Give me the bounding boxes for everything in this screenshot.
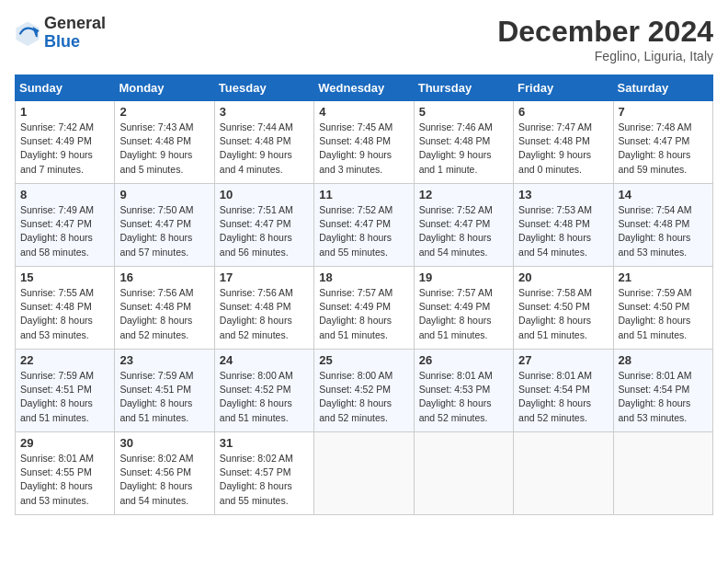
day-number: 25 [319, 353, 408, 367]
calendar-cell: 18Sunrise: 7:57 AM Sunset: 4:49 PM Dayli… [314, 267, 414, 350]
calendar-cell: 8Sunrise: 7:49 AM Sunset: 4:47 PM Daylig… [16, 184, 115, 267]
calendar-table: SundayMondayTuesdayWednesdayThursdayFrid… [15, 75, 713, 515]
header-day-thursday: Thursday [414, 75, 513, 101]
calendar-cell: 3Sunrise: 7:44 AM Sunset: 4:48 PM Daylig… [214, 101, 313, 184]
day-info: Sunrise: 7:53 AM Sunset: 4:48 PM Dayligh… [518, 203, 608, 259]
day-info: Sunrise: 7:43 AM Sunset: 4:48 PM Dayligh… [119, 121, 209, 177]
calendar-cell [514, 432, 613, 515]
calendar-cell: 15Sunrise: 7:55 AM Sunset: 4:48 PM Dayli… [16, 267, 115, 350]
day-info: Sunrise: 7:49 AM Sunset: 4:47 PM Dayligh… [20, 203, 109, 259]
week-row-3: 15Sunrise: 7:55 AM Sunset: 4:48 PM Dayli… [16, 267, 713, 350]
header-day-wednesday: Wednesday [314, 75, 414, 101]
day-number: 2 [119, 105, 209, 119]
calendar-cell: 9Sunrise: 7:50 AM Sunset: 4:47 PM Daylig… [115, 184, 214, 267]
title-section: December 2024 Feglino, Liguria, Italy [497, 15, 713, 63]
day-info: Sunrise: 8:01 AM Sunset: 4:54 PM Dayligh… [619, 369, 708, 425]
day-info: Sunrise: 8:00 AM Sunset: 4:52 PM Dayligh… [220, 369, 309, 425]
calendar-cell: 16Sunrise: 7:56 AM Sunset: 4:48 PM Dayli… [115, 267, 214, 350]
day-number: 26 [419, 353, 508, 367]
calendar-body: 1Sunrise: 7:42 AM Sunset: 4:49 PM Daylig… [16, 101, 713, 515]
day-info: Sunrise: 7:58 AM Sunset: 4:50 PM Dayligh… [518, 286, 608, 342]
calendar-cell: 6Sunrise: 7:47 AM Sunset: 4:48 PM Daylig… [514, 101, 613, 184]
day-number: 9 [119, 188, 209, 201]
calendar-cell: 24Sunrise: 8:00 AM Sunset: 4:52 PM Dayli… [214, 350, 313, 432]
day-number: 15 [20, 270, 109, 284]
subtitle: Feglino, Liguria, Italy [497, 49, 713, 63]
calendar-cell: 1Sunrise: 7:42 AM Sunset: 4:49 PM Daylig… [16, 101, 115, 184]
day-number: 23 [119, 353, 209, 367]
day-number: 5 [419, 105, 508, 119]
day-info: Sunrise: 7:50 AM Sunset: 4:47 PM Dayligh… [119, 203, 209, 259]
day-info: Sunrise: 7:52 AM Sunset: 4:47 PM Dayligh… [319, 203, 408, 259]
day-info: Sunrise: 7:48 AM Sunset: 4:47 PM Dayligh… [619, 121, 708, 177]
calendar-cell: 29Sunrise: 8:01 AM Sunset: 4:55 PM Dayli… [16, 432, 115, 515]
calendar-cell: 27Sunrise: 8:01 AM Sunset: 4:54 PM Dayli… [514, 350, 613, 432]
week-row-2: 8Sunrise: 7:49 AM Sunset: 4:47 PM Daylig… [16, 184, 713, 267]
calendar-cell: 20Sunrise: 7:58 AM Sunset: 4:50 PM Dayli… [514, 267, 613, 350]
day-number: 3 [220, 105, 309, 119]
day-number: 22 [20, 353, 109, 367]
week-row-1: 1Sunrise: 7:42 AM Sunset: 4:49 PM Daylig… [16, 101, 713, 184]
header-day-monday: Monday [115, 75, 214, 101]
day-info: Sunrise: 7:46 AM Sunset: 4:48 PM Dayligh… [419, 121, 508, 177]
day-info: Sunrise: 7:51 AM Sunset: 4:47 PM Dayligh… [220, 203, 309, 259]
day-info: Sunrise: 7:45 AM Sunset: 4:48 PM Dayligh… [319, 121, 408, 177]
day-number: 6 [518, 105, 608, 119]
day-info: Sunrise: 8:01 AM Sunset: 4:55 PM Dayligh… [20, 452, 109, 508]
calendar-cell: 10Sunrise: 7:51 AM Sunset: 4:47 PM Dayli… [214, 184, 313, 267]
header-day-tuesday: Tuesday [214, 75, 313, 101]
calendar-cell: 14Sunrise: 7:54 AM Sunset: 4:48 PM Dayli… [613, 184, 712, 267]
week-row-4: 22Sunrise: 7:59 AM Sunset: 4:51 PM Dayli… [16, 350, 713, 432]
day-info: Sunrise: 7:42 AM Sunset: 4:49 PM Dayligh… [20, 121, 109, 177]
day-number: 19 [419, 270, 508, 284]
logo-text: General Blue [44, 15, 106, 52]
day-info: Sunrise: 8:02 AM Sunset: 4:56 PM Dayligh… [119, 452, 209, 508]
calendar-cell: 28Sunrise: 8:01 AM Sunset: 4:54 PM Dayli… [613, 350, 712, 432]
day-info: Sunrise: 7:54 AM Sunset: 4:48 PM Dayligh… [619, 203, 708, 259]
day-number: 11 [319, 188, 408, 201]
logo: General Blue [15, 15, 106, 52]
day-number: 8 [20, 188, 109, 201]
day-info: Sunrise: 8:01 AM Sunset: 4:53 PM Dayligh… [419, 369, 508, 425]
day-info: Sunrise: 7:59 AM Sunset: 4:51 PM Dayligh… [20, 369, 109, 425]
logo-icon [15, 20, 40, 46]
day-number: 16 [119, 270, 209, 284]
calendar-cell: 19Sunrise: 7:57 AM Sunset: 4:49 PM Dayli… [414, 267, 513, 350]
day-info: Sunrise: 7:59 AM Sunset: 4:50 PM Dayligh… [619, 286, 708, 342]
calendar-cell: 11Sunrise: 7:52 AM Sunset: 4:47 PM Dayli… [314, 184, 414, 267]
calendar-cell: 5Sunrise: 7:46 AM Sunset: 4:48 PM Daylig… [414, 101, 513, 184]
day-info: Sunrise: 7:56 AM Sunset: 4:48 PM Dayligh… [220, 286, 309, 342]
day-number: 12 [419, 188, 508, 201]
calendar-cell: 4Sunrise: 7:45 AM Sunset: 4:48 PM Daylig… [314, 101, 414, 184]
day-info: Sunrise: 7:57 AM Sunset: 4:49 PM Dayligh… [319, 286, 408, 342]
day-number: 30 [119, 436, 209, 450]
day-number: 17 [220, 270, 309, 284]
day-number: 20 [518, 270, 608, 284]
calendar-cell: 7Sunrise: 7:48 AM Sunset: 4:47 PM Daylig… [613, 101, 712, 184]
header-day-sunday: Sunday [16, 75, 115, 101]
day-number: 7 [619, 105, 708, 119]
logo-blue: Blue [44, 33, 106, 52]
page-header: General Blue December 2024 Feglino, Ligu… [15, 15, 713, 63]
calendar-cell: 13Sunrise: 7:53 AM Sunset: 4:48 PM Dayli… [514, 184, 613, 267]
day-info: Sunrise: 8:02 AM Sunset: 4:57 PM Dayligh… [220, 452, 309, 508]
header-day-friday: Friday [514, 75, 613, 101]
day-number: 18 [319, 270, 408, 284]
day-info: Sunrise: 7:55 AM Sunset: 4:48 PM Dayligh… [20, 286, 109, 342]
calendar-cell: 12Sunrise: 7:52 AM Sunset: 4:47 PM Dayli… [414, 184, 513, 267]
day-info: Sunrise: 7:56 AM Sunset: 4:48 PM Dayligh… [119, 286, 209, 342]
day-info: Sunrise: 8:01 AM Sunset: 4:54 PM Dayligh… [518, 369, 608, 425]
day-number: 28 [619, 353, 708, 367]
calendar-cell: 22Sunrise: 7:59 AM Sunset: 4:51 PM Dayli… [16, 350, 115, 432]
day-number: 14 [619, 188, 708, 201]
header-day-saturday: Saturday [613, 75, 712, 101]
day-number: 10 [220, 188, 309, 201]
calendar-cell [613, 432, 712, 515]
day-number: 1 [20, 105, 109, 119]
calendar-header: SundayMondayTuesdayWednesdayThursdayFrid… [16, 75, 713, 101]
day-number: 29 [20, 436, 109, 450]
week-row-5: 29Sunrise: 8:01 AM Sunset: 4:55 PM Dayli… [16, 432, 713, 515]
day-info: Sunrise: 8:00 AM Sunset: 4:52 PM Dayligh… [319, 369, 408, 425]
calendar-cell [314, 432, 414, 515]
calendar-cell [414, 432, 513, 515]
